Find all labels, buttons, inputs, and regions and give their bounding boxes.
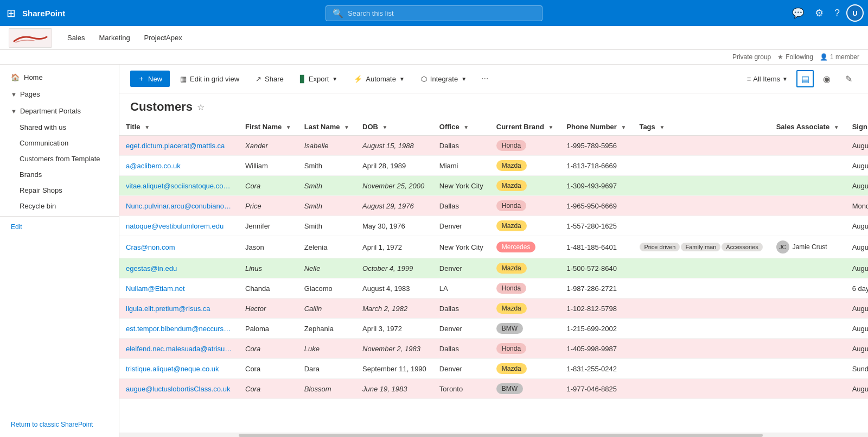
new-button[interactable]: ＋ New — [130, 71, 170, 87]
table-row[interactable]: ligula.elit.pretium@risus.caHectorCailin… — [119, 299, 868, 319]
plus-icon: ＋ — [138, 74, 145, 84]
sidebar-section-pages[interactable]: ▼ Pages — [0, 86, 119, 103]
cell-dob: April 28, 1989 — [356, 156, 433, 176]
table-row[interactable]: eleifend.nec.malesuada@atrisus.caCoraLuk… — [119, 339, 868, 359]
search-bar-container: 🔍 — [326, 5, 542, 21]
sidebar-section-dept[interactable]: ▼ Department Portals — [0, 103, 119, 119]
cell-brand: Honda — [490, 339, 560, 359]
cell-signup: Augus — [846, 136, 868, 156]
cell-office: Dallas — [433, 196, 490, 216]
table-row[interactable]: Cras@non.comJasonZeleniaApril 1, 1972New… — [119, 236, 868, 258]
sort-brand: ▼ — [548, 124, 554, 130]
col-office[interactable]: Office ▼ — [433, 118, 490, 136]
col-tags[interactable]: Tags ▼ — [633, 118, 769, 136]
cell-phone: 1-965-950-6669 — [560, 196, 633, 216]
sidebar-item-brands[interactable]: Brands — [0, 167, 119, 182]
cell-tags — [633, 359, 769, 379]
list-container[interactable]: Title ▼ First Name ▼ Last Name ▼ DOB — [119, 118, 868, 433]
table-row[interactable]: vitae.aliquet@sociisnatoque.com 💬CoraSmi… — [119, 176, 868, 196]
table-row[interactable]: egestas@in.eduLinusNelleOctober 4, 1999D… — [119, 258, 868, 278]
cell-title[interactable]: a@aclibero.co.uk — [119, 156, 239, 176]
cell-title[interactable]: egestas@in.edu — [119, 258, 239, 278]
export-button[interactable]: ▊ Export ▼ — [294, 71, 343, 87]
cell-title[interactable]: est.tempor.bibendum@neccursusa.com — [119, 319, 239, 339]
cell-office: Toronto — [433, 379, 490, 399]
cell-lastname: Zephania — [298, 319, 356, 339]
table-row[interactable]: Nunc.pulvinar.arcu@conubianostraper.eduP… — [119, 196, 868, 216]
brand-badge: BMW — [496, 383, 523, 394]
search-input[interactable] — [348, 9, 535, 17]
cell-title[interactable]: Cras@non.com — [119, 236, 239, 258]
cell-tags — [633, 299, 769, 319]
col-signup[interactable]: Sign U ▼ — [846, 118, 868, 136]
customers-table: Title ▼ First Name ▼ Last Name ▼ DOB — [119, 118, 868, 399]
table-row[interactable]: augue@luctuslobortisClass.co.ukCoraBloss… — [119, 379, 868, 399]
col-phone[interactable]: Phone Number ▼ — [560, 118, 633, 136]
cell-sales — [770, 196, 846, 216]
cell-title[interactable]: ligula.elit.pretium@risus.ca — [119, 299, 239, 319]
table-row[interactable]: natoque@vestibulumlorem.eduJenniferSmith… — [119, 216, 868, 236]
table-row[interactable]: eget.dictum.placerat@mattis.caXanderIsab… — [119, 136, 868, 156]
table-row[interactable]: Nullam@Etiam.netChandaGiacomoAugust 4, 1… — [119, 278, 868, 299]
cell-title[interactable]: vitae.aliquet@sociisnatoque.com 💬 — [119, 176, 239, 196]
cell-title[interactable]: Nunc.pulvinar.arcu@conubianostraper.edu — [119, 196, 239, 216]
view-selector[interactable]: ≡ All Items ▼ — [743, 73, 792, 85]
user-avatar[interactable]: U — [846, 4, 864, 22]
sidebar-item-customers[interactable]: Customers from Template — [0, 151, 119, 167]
sidebar-item-home[interactable]: 🏠 Home — [0, 69, 119, 86]
waffle-icon[interactable]: ⊞ — [4, 4, 18, 22]
cell-firstname: Price — [239, 196, 298, 216]
sidebar-item-recycle[interactable]: Recycle bin — [0, 198, 119, 214]
site-tab-projectapex[interactable]: ProjectApex — [138, 29, 189, 46]
following-button[interactable]: ★ Following — [777, 53, 813, 61]
sort-sales: ▼ — [834, 124, 839, 130]
col-sales[interactable]: Sales Associate ▼ — [770, 118, 846, 136]
more-button[interactable]: ··· — [477, 71, 493, 87]
filter-button[interactable]: ◉ — [818, 70, 835, 87]
layout-button[interactable]: ▤ — [796, 70, 814, 87]
share-button[interactable]: ↗ Share — [250, 71, 290, 87]
cell-dob: September 11, 1990 — [356, 359, 433, 379]
return-classic-link[interactable]: Return to classic SharePoint — [11, 421, 119, 428]
sort-phone: ▼ — [621, 124, 627, 130]
automate-button[interactable]: ⚡ Automate ▼ — [348, 71, 411, 87]
col-dob[interactable]: DOB ▼ — [356, 118, 433, 136]
table-row[interactable]: a@aclibero.co.ukWilliamSmithApril 28, 19… — [119, 156, 868, 176]
table-row[interactable]: tristique.aliquet@neque.co.ukCoraDaraSep… — [119, 359, 868, 379]
settings-icon[interactable]: ⚙ — [810, 5, 828, 21]
sidebar-item-repairshops[interactable]: Repair Shops — [0, 182, 119, 198]
members-button[interactable]: 👤 1 member — [820, 53, 859, 61]
cell-title[interactable]: eleifend.nec.malesuada@atrisus.ca — [119, 339, 239, 359]
cell-title[interactable]: augue@luctuslobortisClass.co.uk — [119, 379, 239, 399]
table-header-row: Title ▼ First Name ▼ Last Name ▼ DOB — [119, 118, 868, 136]
site-header: Sales Marketing ProjectApex — [0, 26, 868, 50]
sidebar-edit-link[interactable]: Edit — [0, 219, 119, 235]
cell-sales — [770, 339, 846, 359]
help-icon[interactable]: ? — [830, 5, 844, 21]
cell-office: LA — [433, 278, 490, 299]
sidebar-item-communication[interactable]: Communication — [0, 135, 119, 151]
cell-title[interactable]: eget.dictum.placerat@mattis.ca — [119, 136, 239, 156]
col-title[interactable]: Title ▼ — [119, 118, 239, 136]
integrate-button[interactable]: ⬡ Integrate ▼ — [415, 71, 473, 87]
edit-view-button[interactable]: ✎ — [840, 70, 857, 87]
col-firstname[interactable]: First Name ▼ — [239, 118, 298, 136]
sort-tags: ▼ — [659, 124, 665, 130]
cell-firstname: Jennifer — [239, 216, 298, 236]
chat-icon[interactable]: 💬 — [788, 5, 808, 21]
cell-lastname: Luke — [298, 339, 356, 359]
table-row[interactable]: est.tempor.bibendum@neccursusa.comPaloma… — [119, 319, 868, 339]
cell-brand: Mazda — [490, 176, 560, 196]
site-tab-sales[interactable]: Sales — [61, 29, 92, 46]
site-tab-marketing[interactable]: Marketing — [93, 29, 137, 46]
favorite-star[interactable]: ☆ — [197, 102, 205, 112]
col-lastname[interactable]: Last Name ▼ — [298, 118, 356, 136]
edit-grid-button[interactable]: ▦ Edit in grid view — [174, 71, 245, 87]
cell-title[interactable]: tristique.aliquet@neque.co.uk — [119, 359, 239, 379]
cell-brand: Honda — [490, 136, 560, 156]
cell-title[interactable]: Nullam@Etiam.net — [119, 278, 239, 299]
sidebar-item-shared[interactable]: Shared with us — [0, 119, 119, 135]
filter-icon: ◉ — [823, 74, 831, 84]
col-brand[interactable]: Current Brand ▼ — [490, 118, 560, 136]
cell-title[interactable]: natoque@vestibulumlorem.edu — [119, 216, 239, 236]
